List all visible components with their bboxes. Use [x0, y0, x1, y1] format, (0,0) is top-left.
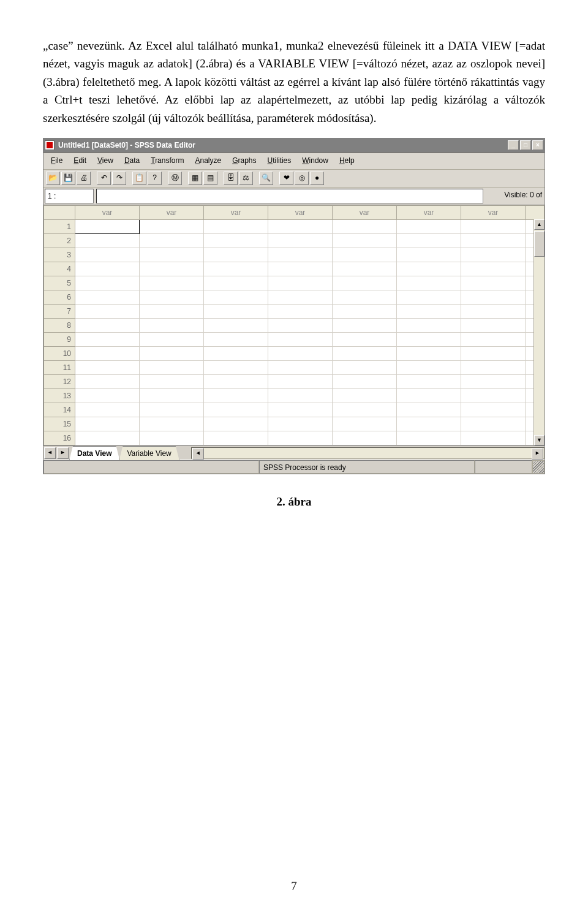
- column-header[interactable]: var: [75, 206, 140, 220]
- column-header[interactable]: var: [333, 206, 397, 220]
- column-header[interactable]: var: [140, 206, 204, 220]
- column-header[interactable]: var: [397, 206, 461, 220]
- data-grid[interactable]: var var var var var var var 1 2 3 4 5 6 …: [43, 205, 545, 445]
- scroll-left-icon[interactable]: ◄: [192, 448, 204, 460]
- paragraph-text: „case” nevezünk. Az Excel alul található…: [43, 39, 545, 124]
- select-cases-icon[interactable]: ❤: [279, 172, 293, 185]
- status-pane-left: [43, 460, 259, 474]
- column-header[interactable]: var: [268, 206, 333, 220]
- row-header[interactable]: 6: [44, 290, 75, 305]
- toolbar-separator: [127, 172, 131, 185]
- toolbar-separator: [183, 172, 187, 185]
- close-button[interactable]: ×: [532, 140, 543, 150]
- menu-transform[interactable]: Transform: [146, 154, 189, 168]
- tab-scroll-right-icon[interactable]: ►: [57, 447, 69, 459]
- redo-icon[interactable]: ↷: [112, 172, 126, 185]
- spss-screenshot: Untitled1 [DataSet0] - SPSS Data Editor …: [43, 138, 545, 474]
- menu-file[interactable]: File: [46, 154, 67, 168]
- variables-icon[interactable]: Ⓜ: [168, 172, 182, 185]
- row-header[interactable]: 1: [44, 220, 75, 234]
- toolbar-separator: [274, 172, 278, 185]
- menu-data[interactable]: Data: [119, 154, 145, 168]
- title-bar: Untitled1 [DataSet0] - SPSS Data Editor …: [43, 138, 545, 153]
- status-message: SPSS Processor is ready: [259, 460, 475, 474]
- tab-variable-view[interactable]: Variable View: [119, 446, 179, 461]
- minimize-button[interactable]: _: [508, 140, 519, 150]
- toolbar-separator: [92, 172, 96, 185]
- column-header[interactable]: var: [461, 206, 526, 220]
- goto-case-icon[interactable]: ?: [148, 172, 162, 185]
- menu-bar: File Edit View Data Transform Analyze Gr…: [43, 153, 545, 170]
- find-icon[interactable]: ▦: [188, 172, 202, 185]
- value-labels-icon[interactable]: ◎: [295, 172, 309, 185]
- toolbar-separator: [163, 172, 167, 185]
- toolbar-separator: [254, 172, 258, 185]
- dialog-recall-icon[interactable]: 📋: [132, 172, 146, 185]
- menu-graphs[interactable]: Graphs: [227, 154, 261, 168]
- save-icon[interactable]: 💾: [61, 172, 75, 185]
- cell-edit-bar: 1 : Visible: 0 of: [43, 188, 545, 206]
- toolbar-separator: [219, 172, 222, 185]
- row-header[interactable]: 15: [44, 417, 75, 431]
- row-header[interactable]: 2: [44, 234, 75, 248]
- horizontal-scrollbar[interactable]: ◄ ►: [191, 447, 545, 459]
- menu-view[interactable]: View: [92, 154, 118, 168]
- tab-data-view[interactable]: Data View: [69, 446, 119, 461]
- open-icon[interactable]: 📂: [46, 172, 60, 185]
- row-header[interactable]: 7: [44, 305, 75, 319]
- app-icon: [45, 140, 55, 150]
- menu-analyze[interactable]: Analyze: [190, 154, 226, 168]
- menu-file-label: ile: [55, 156, 62, 165]
- cell-reference[interactable]: 1 :: [45, 189, 94, 204]
- cell-editor[interactable]: [96, 189, 483, 204]
- status-pane-right: [475, 460, 532, 474]
- toolbar: 📂 💾 🖨 ↶ ↷ 📋 ? Ⓜ ▦ ▤ 🗄 ⚖ 🔍 ❤ ◎ ●: [43, 170, 545, 188]
- print-icon[interactable]: 🖨: [77, 172, 91, 185]
- row-header[interactable]: 13: [44, 389, 75, 403]
- row-header[interactable]: 8: [44, 319, 75, 333]
- row-header[interactable]: 10: [44, 347, 75, 361]
- visible-columns-label: Visible: 0 of: [484, 188, 545, 205]
- menu-window[interactable]: Window: [297, 154, 333, 168]
- row-header[interactable]: 4: [44, 262, 75, 276]
- body-paragraph: „case” nevezünk. Az Excel alul található…: [43, 37, 545, 127]
- row-header[interactable]: 14: [44, 403, 75, 417]
- row-header[interactable]: 16: [44, 431, 75, 445]
- row-header[interactable]: 3: [44, 248, 75, 262]
- scroll-thumb[interactable]: [534, 231, 545, 257]
- menu-help[interactable]: Help: [334, 154, 360, 168]
- window-title: Untitled1 [DataSet0] - SPSS Data Editor: [58, 140, 195, 151]
- weight-cases-icon[interactable]: 🔍: [259, 172, 273, 185]
- resize-grip-icon[interactable]: [532, 460, 545, 474]
- use-sets-icon[interactable]: ●: [310, 172, 324, 185]
- tab-scroll-left-icon[interactable]: ◄: [44, 447, 56, 459]
- menu-edit[interactable]: Edit: [69, 154, 91, 168]
- insert-variable-icon[interactable]: 🗄: [224, 172, 238, 185]
- corner-header[interactable]: [44, 206, 75, 220]
- sheet-tab-row: ◄ ► Data View Variable View ◄ ►: [43, 445, 545, 460]
- figure-caption: 2. ábra: [43, 493, 545, 510]
- row-header[interactable]: 12: [44, 375, 75, 389]
- maximize-button[interactable]: □: [520, 140, 531, 150]
- column-header[interactable]: var: [204, 206, 268, 220]
- scroll-down-icon[interactable]: ▼: [534, 435, 545, 445]
- column-header-partial[interactable]: [526, 206, 545, 220]
- menu-utilities[interactable]: Utilities: [263, 154, 296, 168]
- vertical-scrollbar[interactable]: ▲ ▼: [533, 219, 545, 445]
- scroll-up-icon[interactable]: ▲: [534, 219, 545, 230]
- row-header[interactable]: 9: [44, 333, 75, 347]
- row-header[interactable]: 5: [44, 276, 75, 290]
- status-bar: SPSS Processor is ready: [43, 460, 545, 474]
- active-cell[interactable]: [75, 220, 140, 234]
- row-header[interactable]: 11: [44, 361, 75, 375]
- scroll-right-icon[interactable]: ►: [532, 448, 543, 460]
- insert-case-icon[interactable]: ▤: [203, 172, 217, 185]
- split-file-icon[interactable]: ⚖: [239, 172, 253, 185]
- undo-icon[interactable]: ↶: [97, 172, 111, 185]
